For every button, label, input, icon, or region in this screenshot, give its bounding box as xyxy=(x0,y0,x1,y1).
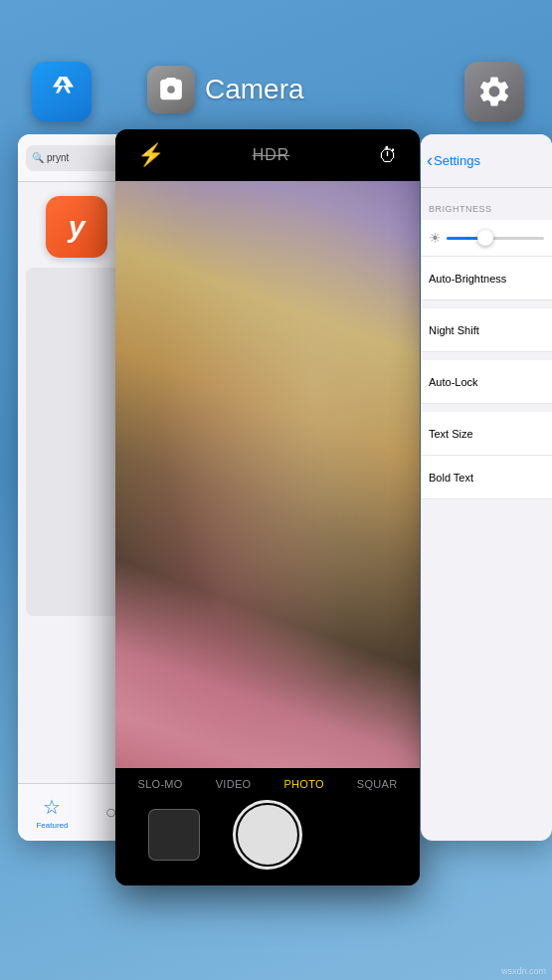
settings-row-auto-lock[interactable]: Auto-Lock xyxy=(421,360,552,404)
brightness-slider-row[interactable]: ☀ xyxy=(421,220,552,257)
shutter-row xyxy=(115,794,420,870)
text-size-label: Text Size xyxy=(429,428,473,440)
timer-icon[interactable]: ⏱ xyxy=(378,144,398,167)
camera-label: Camera xyxy=(205,74,304,105)
settings-row-bold-text[interactable]: Bold Text xyxy=(421,456,552,499)
search-icon: 🔍 xyxy=(32,152,44,163)
search-value: prynt xyxy=(47,152,69,163)
camera-icon[interactable] xyxy=(147,66,195,113)
hdr-label[interactable]: HDR xyxy=(253,146,290,164)
camera-top-bar: ⚡ HDR ⏱ xyxy=(115,129,420,181)
settings-row-text-size[interactable]: Text Size xyxy=(421,412,552,456)
mode-photo[interactable]: PHOTO xyxy=(283,778,323,790)
mode-square[interactable]: SQUAR xyxy=(357,778,398,790)
camera-app-header: Camera xyxy=(147,66,304,113)
camera-viewfinder xyxy=(115,181,420,768)
settings-back-button[interactable]: ‹ Settings xyxy=(427,150,480,171)
camera-bottom-bar: SLO-MO VIDEO PHOTO SQUAR xyxy=(115,768,420,885)
camera-modes-row: SLO-MO VIDEO PHOTO SQUAR xyxy=(115,768,420,794)
auto-brightness-label: Auto-Brightness xyxy=(429,273,506,285)
settings-card[interactable]: ‹ Settings BRIGHTNESS ☀ Auto-Brightness … xyxy=(421,134,552,841)
yummly-icon[interactable]: y xyxy=(46,196,107,258)
brightness-label: BRIGHTNESS xyxy=(429,204,492,214)
brightness-sun-icon: ☀ xyxy=(429,230,442,246)
camera-card[interactable]: ⚡ HDR ⏱ SLO-MO VIDEO PHOTO SQUAR xyxy=(115,129,420,885)
auto-lock-label: Auto-Lock xyxy=(429,376,478,388)
featured-star-icon: ☆ xyxy=(43,795,61,819)
camera-thumbnail[interactable] xyxy=(148,809,200,861)
mode-video[interactable]: VIDEO xyxy=(216,778,252,790)
shutter-button[interactable] xyxy=(233,800,302,870)
back-chevron-icon: ‹ xyxy=(427,150,433,171)
bold-text-label: Bold Text xyxy=(429,472,473,484)
watermark: wsxdn.com xyxy=(501,966,546,976)
appstore-content-placeholder xyxy=(26,268,127,616)
mode-slomo[interactable]: SLO-MO xyxy=(138,778,183,790)
settings-app-icon[interactable] xyxy=(464,62,524,121)
settings-row-night-shift[interactable]: Night Shift xyxy=(421,308,552,352)
settings-back-label: Settings xyxy=(434,153,480,168)
tab-featured[interactable]: ☆ Featured xyxy=(36,795,68,830)
night-shift-label: Night Shift xyxy=(429,324,479,336)
settings-row-auto-brightness[interactable]: Auto-Brightness xyxy=(421,257,552,300)
brightness-slider[interactable] xyxy=(447,237,544,240)
settings-header: ‹ Settings xyxy=(421,134,552,188)
featured-tab-label: Featured xyxy=(36,821,68,830)
camera-flip-placeholder xyxy=(335,809,387,861)
brightness-section-header: BRIGHTNESS xyxy=(421,188,552,220)
appstore-app-icon[interactable] xyxy=(32,62,92,121)
slider-thumb[interactable] xyxy=(477,230,493,246)
flash-icon[interactable]: ⚡ xyxy=(137,142,164,168)
